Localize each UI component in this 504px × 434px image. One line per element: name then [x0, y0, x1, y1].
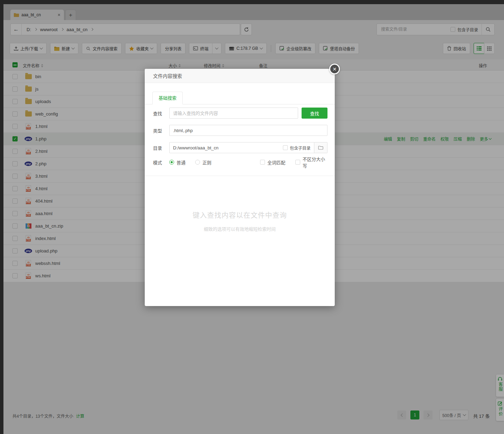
dir-row: 目录 D:/wwwroot/aaa_bt_cn 包含子目录 [153, 142, 327, 153]
ignore-case-label: 不区分大小写 [303, 156, 327, 169]
type-label: 类型 [153, 127, 169, 134]
radio-on-icon[interactable] [169, 160, 174, 165]
dir-subdir-checkbox[interactable] [283, 145, 288, 150]
dir-input[interactable]: D:/wwwroot/aaa_bt_cn 包含子目录 [169, 142, 314, 153]
modal-divider [145, 176, 335, 176]
dir-subdir-label: 包含子目录 [290, 145, 311, 151]
radio-off-icon[interactable] [195, 160, 200, 165]
mode-regex-radio[interactable]: 正则 [195, 159, 211, 166]
mode-row: 模式 普通 正则 全词匹配 不区分大小写 [153, 159, 327, 166]
ignore-case-checkbox[interactable] [295, 160, 300, 165]
modal-title: 文件内容搜索 [145, 69, 335, 83]
mode-normal-radio[interactable]: 普通 [169, 159, 186, 166]
find-label: 查找 [153, 110, 169, 117]
file-manager-screen: aaa_bt_cn × + ← D:wwwrootaaa_bt_cn 包含子目录… [0, 0, 504, 434]
mode-regex-label: 正则 [202, 159, 211, 166]
find-button[interactable]: 查找 [302, 108, 327, 119]
dir-browse-button[interactable] [314, 142, 327, 153]
find-input[interactable] [169, 108, 298, 119]
modal-tab-bar: 基础搜索 [145, 92, 335, 104]
find-row: 查找 查找 [153, 108, 327, 119]
type-row: 类型 [153, 125, 327, 136]
dir-input-group: D:/wwwroot/aaa_bt_cn 包含子目录 [169, 142, 327, 153]
mode-label: 模式 [153, 159, 169, 166]
tab-basic-search[interactable]: 基础搜索 [152, 92, 183, 104]
type-input[interactable] [169, 125, 327, 136]
modal-close-button[interactable]: ✕ [329, 64, 340, 74]
dir-subdir-option[interactable]: 包含子目录 [283, 145, 311, 151]
whole-word-checkbox-option[interactable]: 全词匹配 [260, 159, 285, 166]
empty-title: 键入查找内容以在文件中查询 [145, 210, 335, 220]
dir-value: D:/wwwroot/aaa_bt_cn [173, 145, 219, 150]
folder-icon [318, 146, 323, 150]
dir-label: 目录 [153, 145, 169, 151]
mode-normal-label: 普通 [177, 159, 186, 166]
empty-state: 键入查找内容以在文件中查询 细致的选项可以有效地缩短检索时间 [145, 210, 335, 232]
content-search-modal: ✕ 文件内容搜索 基础搜索 查找 查找 类型 目录 D:/wwwroot/aaa… [145, 69, 335, 306]
whole-word-label: 全词匹配 [267, 159, 285, 166]
ignore-case-checkbox-option[interactable]: 不区分大小写 [295, 156, 327, 169]
whole-word-checkbox[interactable] [260, 160, 265, 165]
empty-subtitle: 细致的选项可以有效地缩短检索时间 [145, 225, 335, 232]
